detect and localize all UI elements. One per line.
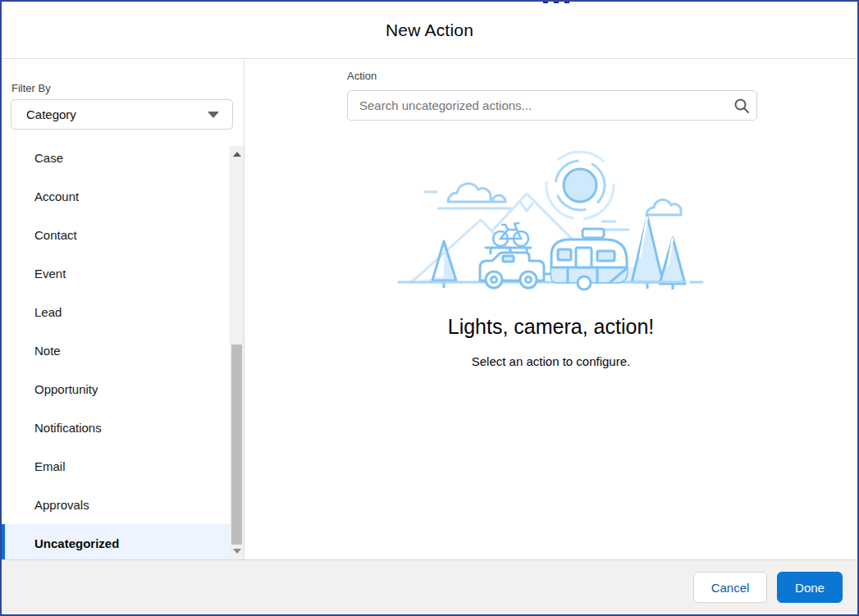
category-label: Contact	[34, 228, 77, 242]
category-label: Account	[34, 189, 79, 203]
category-list-item[interactable]: Notifications	[2, 408, 230, 447]
category-label: Case	[34, 151, 63, 165]
category-list-item[interactable]: Note	[2, 331, 230, 370]
page-title: New Action	[386, 21, 473, 40]
search-input[interactable]	[348, 91, 727, 120]
category-dropdown-value: Category	[26, 107, 76, 121]
modal-body: Filter By Category Case Account Contact …	[2, 61, 857, 559]
scroll-up-icon[interactable]	[230, 146, 244, 162]
done-button[interactable]: Done	[777, 572, 843, 603]
clipped-overflow-dots	[543, 2, 573, 3]
new-action-modal: { "header": { "title": "New Action" }, "…	[0, 0, 859, 616]
category-list-item[interactable]: Contact	[2, 216, 230, 254]
scroll-down-icon[interactable]	[230, 543, 244, 559]
modal-footer: Cancel Done	[2, 559, 857, 614]
category-label: Event	[34, 267, 66, 281]
search-icon[interactable]	[727, 98, 756, 114]
category-list-item[interactable]: Case	[2, 139, 230, 177]
camping-scene-illustration	[395, 151, 707, 292]
action-panel: Action	[244, 61, 857, 559]
category-list-item[interactable]: Email	[2, 447, 230, 486]
modal-header: New Action	[2, 2, 857, 59]
action-label: Action	[347, 70, 377, 82]
category-scrollbar[interactable]	[230, 146, 244, 559]
category-label: Opportunity	[34, 382, 98, 396]
category-label: Uncategorized	[34, 536, 119, 550]
filter-by-label: Filter By	[11, 82, 244, 94]
category-list: Case Account Contact Event Lead Note Opp…	[2, 139, 230, 559]
category-dropdown[interactable]: Category	[11, 99, 233, 130]
scrollbar-thumb[interactable]	[231, 345, 242, 545]
category-label: Email	[34, 459, 66, 473]
category-list-item[interactable]: Approvals	[2, 486, 230, 524]
action-search-box	[347, 90, 757, 121]
category-list-item[interactable]: Uncategorized	[2, 524, 230, 559]
category-label: Notifications	[34, 421, 102, 435]
empty-state-headline: Lights, camera, action!	[244, 315, 857, 339]
category-label: Lead	[34, 305, 62, 319]
chevron-down-icon	[208, 112, 219, 118]
cancel-button[interactable]: Cancel	[693, 572, 767, 603]
category-label: Approvals	[34, 498, 89, 512]
category-list-item[interactable]: Event	[2, 254, 230, 293]
category-label: Note	[34, 344, 61, 358]
category-list-item[interactable]: Opportunity	[2, 370, 230, 408]
category-sidebar: Filter By Category Case Account Contact …	[2, 61, 244, 559]
category-list-item[interactable]: Lead	[2, 293, 230, 331]
empty-state-subtext: Select an action to configure.	[244, 354, 857, 368]
category-list-item[interactable]: Account	[2, 177, 230, 216]
